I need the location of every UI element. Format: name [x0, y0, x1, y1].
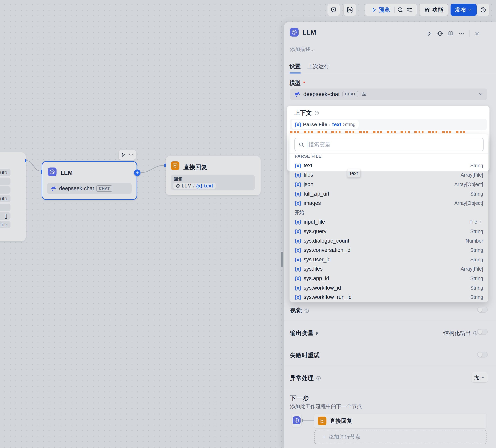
panel-resize-handle[interactable]	[281, 252, 283, 268]
variable-x-icon: {x}	[295, 285, 301, 291]
context-label: 上下文	[294, 109, 312, 117]
panel-more-icon[interactable]	[458, 31, 464, 37]
tab-last-run[interactable]: 上次运行	[307, 63, 329, 70]
reply-label: 回复	[174, 176, 182, 182]
slash-separator: /	[193, 183, 195, 189]
model-name: deepseek-chat	[303, 91, 340, 97]
slash-separator: /	[329, 122, 330, 127]
variable-name: full_zip_url	[304, 191, 329, 197]
variable-row[interactable]: {x}filesArray[File]	[290, 170, 488, 180]
variable-row[interactable]: {x}sys.user_idString	[290, 255, 488, 265]
variable-group-header: PARSE FILE	[290, 151, 488, 161]
variable-row[interactable]: {x}jsonArray[Object]	[290, 180, 488, 189]
variable-picker-dropdown: 搜索变量 PARSE FILE{x}textString{x}filesArra…	[290, 134, 488, 302]
variable-type: String	[470, 276, 483, 281]
version-history-button[interactable]	[477, 4, 489, 16]
deepseek-logo-icon	[50, 185, 57, 192]
structured-output-toggle[interactable]	[477, 329, 488, 335]
preview-button[interactable]: 预览	[367, 6, 394, 14]
output-vars-label: 输出变量	[290, 329, 314, 337]
answer-node-icon	[318, 417, 326, 425]
panel-title: LLM	[302, 29, 316, 36]
features-button[interactable]: 功能	[419, 4, 448, 16]
output-vars-row[interactable]: 输出变量	[290, 329, 319, 337]
llm-node[interactable]: LLM deepseek-chat CHAT	[42, 161, 137, 200]
header-divider	[469, 30, 469, 37]
required-asterisk: *	[303, 80, 305, 86]
next-step-answer-card[interactable]: 直接回复	[314, 414, 486, 428]
context-help-icon[interactable]	[314, 110, 319, 116]
publish-button[interactable]: 发布	[450, 4, 477, 16]
checklist-icon	[406, 7, 412, 13]
left-partial-node[interactable]: autoauto[]pipeline	[0, 152, 26, 241]
variable-row[interactable]: {x}sys.dialogue_countNumber	[290, 236, 488, 246]
docs-book-icon[interactable]	[448, 31, 454, 37]
reply-variable-pill[interactable]: LLM / {x} text	[173, 183, 216, 189]
answer-node-icon	[171, 161, 179, 170]
llm-input-handle[interactable]	[41, 170, 42, 174]
annotation-button[interactable]	[327, 4, 340, 16]
env-variables-button[interactable]	[344, 4, 356, 16]
variable-row[interactable]: {x}sys.workflow_run_idString	[290, 293, 488, 302]
variable-type: String	[470, 294, 483, 300]
node-more-icon[interactable]	[128, 152, 134, 158]
variable-search-input[interactable]: 搜索变量	[294, 138, 483, 151]
features-grid-icon	[424, 7, 430, 13]
locate-node-icon[interactable]	[437, 31, 443, 37]
variable-x-icon: {x}	[295, 276, 301, 281]
variable-row[interactable]: {x}sys.conversation_idString	[290, 246, 488, 255]
retry-toggle[interactable]	[477, 352, 488, 358]
section-divider	[284, 321, 496, 321]
left-node-row: []	[0, 212, 11, 220]
description-placeholder[interactable]: 添加描述...	[290, 46, 315, 53]
reply-source-node: LLM	[182, 183, 192, 189]
checklist-button[interactable]	[406, 7, 415, 13]
left-node-row: auto	[0, 195, 11, 202]
variable-x-icon: {x}	[295, 228, 301, 234]
run-history-button[interactable]	[395, 7, 406, 13]
left-node-row	[0, 186, 11, 194]
variable-row[interactable]: {x}full_zip_urlString	[290, 189, 488, 198]
variable-x-icon: {x}	[295, 122, 301, 127]
variable-name: files	[304, 172, 313, 178]
output-handle[interactable]	[25, 159, 26, 162]
variable-row[interactable]: {x}sys.workflow_idString	[290, 283, 488, 293]
reply-variable-name: text	[204, 183, 213, 189]
error-help-icon[interactable]	[316, 376, 321, 381]
error-handling-value: 无	[474, 374, 480, 381]
variable-row[interactable]: {x}textString	[290, 161, 488, 170]
publish-label: 发布	[455, 6, 466, 14]
llm-mini-icon	[293, 416, 301, 424]
llm-node-chat-badge: CHAT	[96, 185, 112, 192]
panel-run-icon[interactable]	[426, 31, 432, 37]
variable-row[interactable]: {x}input_fileFile	[290, 217, 488, 227]
answer-input-handle[interactable]	[164, 164, 166, 167]
run-node-icon[interactable]	[121, 152, 126, 157]
model-selector[interactable]: deepseek-chat CHAT	[290, 89, 487, 100]
vision-help-icon[interactable]	[304, 308, 309, 313]
answer-node[interactable]: 直接回复 回复 LLM / {x} text	[166, 156, 261, 195]
llm-node-model-pill[interactable]: deepseek-chat CHAT	[47, 183, 132, 194]
next-step-title: 下一步	[290, 394, 309, 403]
context-variable-pill[interactable]: {x} Parse File / text String	[292, 120, 359, 129]
chevron-down-icon	[481, 375, 485, 379]
variable-row[interactable]: {x}imagesArray[Object]	[290, 198, 488, 208]
preview-label: 预览	[379, 6, 390, 14]
close-panel-icon[interactable]	[474, 31, 480, 36]
tab-settings[interactable]: 设置	[290, 63, 301, 70]
variable-row[interactable]: {x}sys.app_idString	[290, 274, 488, 283]
variable-row[interactable]: {x}sys.filesArray[File]	[290, 264, 488, 274]
chevron-right-icon	[479, 220, 483, 224]
context-node-name: Parse File	[303, 121, 327, 128]
left-node-row	[0, 178, 11, 185]
error-handling-select[interactable]: 无	[471, 372, 488, 382]
context-header: 上下文	[294, 109, 319, 117]
next-step-subtitle: 添加此工作流程中的下一个节点	[290, 403, 362, 410]
add-parallel-node-button[interactable]: + 添加并行节点	[314, 430, 486, 444]
vision-toggle[interactable]	[477, 307, 488, 313]
text-caret	[307, 141, 307, 148]
variable-group-header: 开始	[290, 208, 488, 217]
model-params-sliders-icon[interactable]	[361, 91, 367, 97]
variable-row[interactable]: {x}sys.queryString	[290, 227, 488, 236]
add-node-plus-button[interactable]: +	[134, 169, 140, 176]
